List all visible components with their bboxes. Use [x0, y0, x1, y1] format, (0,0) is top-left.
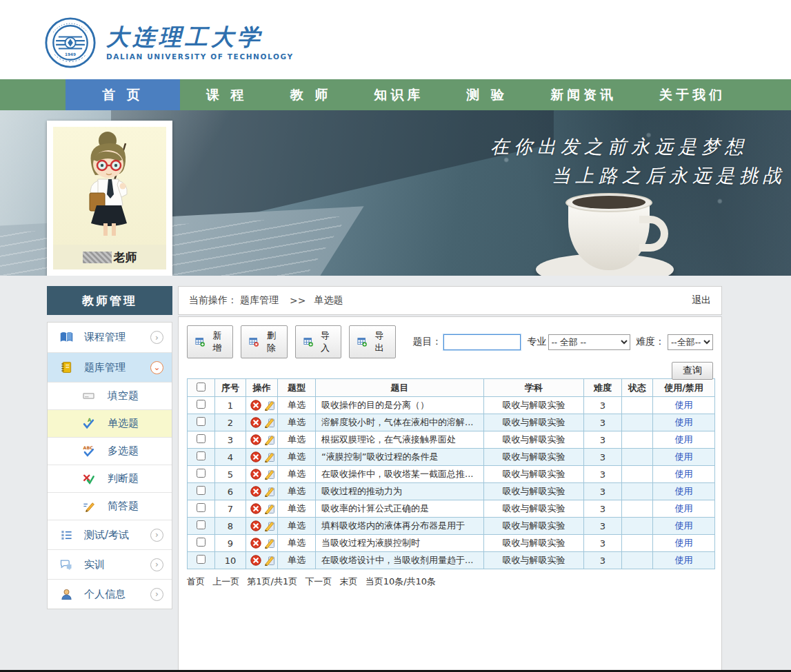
- row-checkbox[interactable]: [197, 417, 206, 426]
- edit-row-icon[interactable]: [264, 469, 275, 480]
- edit-row-icon[interactable]: [264, 520, 275, 531]
- row-checkbox[interactable]: [197, 538, 206, 547]
- edit-row-icon[interactable]: [264, 434, 275, 445]
- nav-item-about[interactable]: 关于我们: [643, 79, 742, 110]
- delete-row-icon[interactable]: [250, 451, 261, 462]
- sidebar-item-personal-info[interactable]: 个人信息 ›: [48, 579, 172, 609]
- row-title: 根据双膜理论，在气液接触界面处: [316, 431, 484, 449]
- row-subject: 吸收与解吸实验: [484, 518, 584, 535]
- row-title: 吸收过程的推动力为: [316, 483, 484, 500]
- table-row: 3 单选 根据双膜理论，在气液接触界面处 吸收与解吸实验 3 使用: [188, 431, 715, 449]
- edit-row-icon[interactable]: [264, 417, 275, 428]
- delete-row-icon[interactable]: [250, 538, 261, 549]
- sidebar-item-judge[interactable]: 判断题: [48, 465, 172, 492]
- major-filter-select[interactable]: -- 全部 --: [548, 334, 630, 350]
- row-number: 1: [215, 397, 246, 414]
- row-usage-link[interactable]: 使用: [675, 538, 693, 548]
- row-status: [622, 500, 653, 518]
- edit-row-icon[interactable]: [264, 503, 275, 514]
- nav-item-knowledge-base[interactable]: 知识库: [357, 79, 440, 110]
- question-panel: 新增 删除 导入 导出 题目：: [178, 316, 722, 671]
- row-operations: [246, 518, 278, 535]
- row-checkbox[interactable]: [197, 400, 206, 409]
- logout-button[interactable]: 退出: [692, 294, 711, 307]
- pagination-last[interactable]: 末页: [339, 576, 357, 587]
- pagination-count-info: 当页10条/共10条: [366, 576, 436, 587]
- delete-row-icon[interactable]: [250, 434, 261, 445]
- table-row: 6 单选 吸收过程的推动力为 吸收与解吸实验 3 使用: [188, 483, 715, 500]
- pagination-prev[interactable]: 上一页: [212, 576, 239, 587]
- row-usage-link[interactable]: 使用: [675, 400, 693, 410]
- add-button[interactable]: 新增: [187, 325, 233, 358]
- nav-item-courses[interactable]: 课 程: [190, 79, 264, 110]
- sidebar-item-fill-blank[interactable]: 填空题: [48, 382, 172, 409]
- sidebar-item-test-exam[interactable]: 测试/考试 ›: [48, 520, 172, 549]
- sidebar-item-single-choice[interactable]: A 单选题: [48, 409, 172, 437]
- nav-item-quiz[interactable]: 测 验: [450, 79, 524, 110]
- row-usage-link[interactable]: 使用: [675, 434, 693, 445]
- row-usage-link[interactable]: 使用: [675, 417, 693, 427]
- edit-row-icon[interactable]: [264, 555, 275, 566]
- breadcrumb-current[interactable]: 单选题: [314, 294, 343, 307]
- row-checkbox[interactable]: [197, 486, 206, 495]
- top-header: 1949 大连理工大学 DALIAN UNIVERSITY OF TECHNOL…: [0, 0, 791, 79]
- row-status: [622, 552, 653, 569]
- nav-item-home[interactable]: 首 页: [66, 79, 180, 110]
- row-subject: 吸收与解吸实验: [484, 431, 584, 449]
- sidebar-item-short-answer[interactable]: 简答题: [48, 492, 172, 520]
- export-button[interactable]: 导出: [349, 325, 395, 358]
- row-usage-link[interactable]: 使用: [675, 469, 693, 479]
- sidebar-item-question-bank[interactable]: 题库管理 ⌄: [48, 352, 172, 382]
- delete-row-icon[interactable]: [250, 503, 261, 514]
- select-all-checkbox[interactable]: [197, 383, 206, 391]
- delete-row-icon[interactable]: [250, 400, 261, 411]
- breadcrumb-section[interactable]: 题库管理: [240, 294, 279, 307]
- row-checkbox[interactable]: [197, 469, 206, 478]
- delete-row-icon[interactable]: [250, 520, 261, 531]
- breadcrumb: 当前操作： 题库管理 >> 单选题 退出: [178, 286, 722, 315]
- nav-item-teachers[interactable]: 教 师: [274, 79, 348, 110]
- edit-row-icon[interactable]: [264, 538, 275, 549]
- sidebar: 教师管理 课程管理 › 题库管理 ⌄: [47, 286, 172, 609]
- row-checkbox[interactable]: [197, 451, 206, 460]
- delete-row-icon[interactable]: [250, 469, 261, 480]
- row-usage-link[interactable]: 使用: [675, 520, 693, 531]
- row-checkbox[interactable]: [197, 520, 206, 529]
- edit-row-icon[interactable]: [264, 486, 275, 497]
- row-usage-link[interactable]: 使用: [675, 451, 693, 462]
- row-difficulty: 3: [584, 518, 622, 535]
- row-usage-link[interactable]: 使用: [675, 555, 693, 565]
- row-checkbox[interactable]: [197, 503, 206, 512]
- edit-row-icon[interactable]: [264, 400, 275, 411]
- query-button[interactable]: 查询: [672, 362, 713, 380]
- sidebar-item-course-management[interactable]: 课程管理 ›: [48, 323, 172, 352]
- delete-button[interactable]: 删除: [241, 325, 287, 358]
- row-checkbox[interactable]: [197, 434, 206, 443]
- import-button[interactable]: 导入: [295, 325, 341, 358]
- pagination-next[interactable]: 下一页: [305, 576, 332, 587]
- delete-row-icon[interactable]: [250, 417, 261, 428]
- row-checkbox[interactable]: [197, 555, 206, 564]
- row-number: 5: [215, 466, 246, 483]
- row-operations: [246, 414, 278, 431]
- title-filter-input[interactable]: [443, 334, 521, 350]
- row-operations: [246, 535, 278, 552]
- delete-row-icon[interactable]: [250, 486, 261, 497]
- quote-line-1: 在你出发之前永远是梦想: [490, 132, 748, 161]
- sidebar-item-training[interactable]: 实训 ›: [48, 549, 172, 579]
- row-status: [622, 466, 653, 483]
- row-title: 填料吸收塔内的液体再分布器是用于: [316, 518, 484, 535]
- edit-row-icon[interactable]: [264, 451, 275, 462]
- row-usage-link[interactable]: 使用: [675, 486, 693, 496]
- pagination: 首页 上一页 第1页/共1页 下一页 末页 当页10条/共10条: [187, 576, 713, 588]
- judge-icon: [81, 471, 96, 487]
- delete-row-icon[interactable]: [250, 555, 261, 566]
- sidebar-item-multi-choice[interactable]: ABC 多选题: [48, 437, 172, 465]
- pagination-first[interactable]: 首页: [187, 576, 205, 587]
- svg-text:1949: 1949: [65, 52, 76, 57]
- row-number: 10: [215, 552, 246, 569]
- row-usage-link[interactable]: 使用: [675, 503, 693, 513]
- nav-item-news[interactable]: 新闻资讯: [534, 79, 633, 110]
- difficulty-filter-select[interactable]: --全部--: [668, 334, 713, 350]
- row-number: 2: [215, 414, 246, 431]
